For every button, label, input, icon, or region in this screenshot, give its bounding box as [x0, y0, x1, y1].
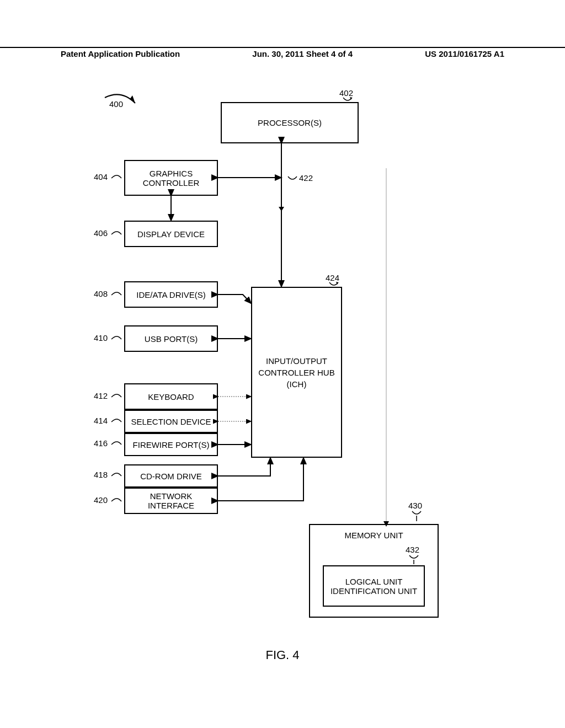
block-selection-label: SELECTION DEVICE — [131, 417, 211, 426]
svg-marker-8 — [279, 207, 284, 211]
block-display: DISPLAY DEVICE — [124, 221, 218, 247]
block-firewire-label: FIREWIRE PORT(S) — [133, 440, 210, 449]
block-firewire: FIREWIRE PORT(S) — [124, 433, 218, 456]
ref-432: 432 — [406, 545, 419, 554]
ref-414: 414 — [94, 416, 108, 425]
ref-400: 400 — [109, 99, 123, 109]
ref-406: 406 — [94, 228, 108, 238]
block-usb-label: USB PORT(S) — [145, 334, 198, 344]
block-ich: INPUT/OUTPUT CONTROLLER HUB (ICH) — [251, 287, 342, 458]
ref-404: 404 — [94, 172, 108, 181]
block-ide: IDE/ATA DRIVE(S) — [124, 281, 218, 308]
block-selection: SELECTION DEVICE — [124, 410, 218, 433]
header-date-sheet: Jun. 30, 2011 Sheet 4 of 4 — [252, 49, 353, 58]
block-usb: USB PORT(S) — [124, 325, 218, 352]
block-processor-label: PROCESSOR(S) — [258, 118, 322, 127]
page-header: Patent Application Publication Jun. 30, … — [0, 47, 565, 58]
ref-420: 420 — [94, 495, 108, 505]
ref-430: 430 — [408, 501, 422, 510]
block-network-label: NETWORK INTERFACE — [127, 491, 215, 510]
ref-422: 422 — [299, 173, 313, 183]
block-ide-label: IDE/ATA DRIVE(S) — [136, 290, 205, 299]
header-publication: Patent Application Publication — [61, 49, 180, 58]
ref-410: 410 — [94, 333, 108, 342]
block-network: NETWORK INTERFACE — [124, 488, 218, 514]
ref-418: 418 — [94, 470, 108, 479]
svg-marker-0 — [130, 95, 135, 103]
ref-416: 416 — [94, 438, 108, 448]
block-cdrom-label: CD-ROM DRIVE — [140, 472, 202, 481]
figure-caption: FIG. 4 — [265, 648, 299, 662]
diagram: 400 PROCESSOR(S) 402 GRAPHICS CONTROLLER… — [0, 83, 565, 689]
header-pubnum: US 2011/0161725 A1 — [425, 49, 504, 58]
block-logical-label: LOGICAL UNIT IDENTIFICATION UNIT — [326, 577, 422, 596]
block-cdrom: CD-ROM DRIVE — [124, 464, 218, 488]
block-graphics-label: GRAPHICS CONTROLLER — [127, 169, 215, 188]
block-keyboard: KEYBOARD — [124, 383, 218, 410]
block-processor: PROCESSOR(S) — [221, 102, 359, 143]
block-graphics: GRAPHICS CONTROLLER — [124, 160, 218, 196]
block-ich-label: INPUT/OUTPUT CONTROLLER HUB (ICH) — [254, 355, 339, 390]
block-memory-label: MEMORY UNIT — [344, 531, 403, 540]
block-logical: LOGICAL UNIT IDENTIFICATION UNIT — [323, 565, 425, 607]
block-keyboard-label: KEYBOARD — [148, 392, 194, 402]
block-display-label: DISPLAY DEVICE — [137, 229, 205, 239]
ref-412: 412 — [94, 391, 108, 400]
ref-408: 408 — [94, 289, 108, 298]
